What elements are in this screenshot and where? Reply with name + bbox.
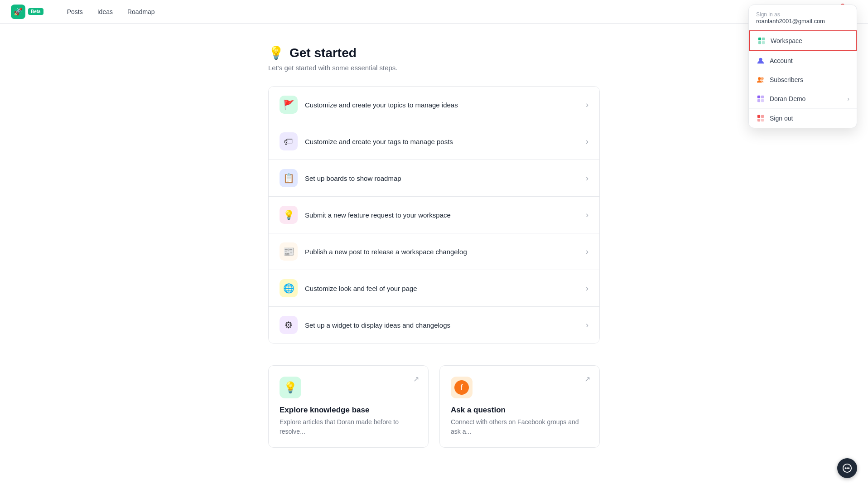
workspace-label: Workspace <box>771 37 802 44</box>
dropdown-menu: Sign in as roanlanh2001@gmail.com Worksp… <box>748 5 857 128</box>
step-icon-tags: 🏷 <box>280 132 298 150</box>
step-text-widget: Set up a widget to display ideas and cha… <box>305 321 586 329</box>
step-text-customize: Customize look and feel of your page <box>305 285 586 292</box>
nav-posts[interactable]: Posts <box>62 5 88 18</box>
card-desc-aq: Connect with others on Facebook groups a… <box>451 417 588 436</box>
step-item-publish[interactable]: 📰 Publish a new post to release a worksp… <box>269 233 599 270</box>
signout-label: Sign out <box>770 115 793 122</box>
svg-rect-10 <box>761 99 764 102</box>
svg-rect-7 <box>757 96 760 98</box>
nav-roadmap[interactable]: Roadmap <box>122 5 160 18</box>
step-text-publish: Publish a new post to release a workspac… <box>305 248 586 256</box>
dropdown-email: roanlanh2001@gmail.com <box>756 18 849 24</box>
svg-rect-3 <box>762 41 765 44</box>
step-item-customize[interactable]: 🌐 Customize look and feel of your page › <box>269 270 599 307</box>
svg-rect-14 <box>761 119 764 121</box>
bottom-cards: ↗ 💡 Explore knowledge base Explore artic… <box>268 365 600 448</box>
card-knowledge-base[interactable]: ↗ 💡 Explore knowledge base Explore artic… <box>268 365 429 448</box>
step-text-tags: Customize and create your tags to manage… <box>305 138 586 145</box>
dropdown-item-workspace[interactable]: Workspace <box>749 30 857 51</box>
svg-rect-1 <box>762 38 765 40</box>
subscribers-icon <box>756 75 765 84</box>
subscribers-label: Subscribers <box>770 76 803 83</box>
workspace-icon <box>757 36 766 45</box>
logo[interactable]: 🚀 Beta <box>11 5 43 19</box>
step-icon-boards: 📋 <box>280 169 298 187</box>
step-text-feature: Submit a new feature request to your wor… <box>305 211 586 219</box>
account-label: Account <box>770 57 793 64</box>
svg-rect-11 <box>757 115 760 118</box>
step-icon-widget: ⚙ <box>280 316 298 334</box>
dropdown-header: Sign in as roanlanh2001@gmail.com <box>749 5 857 30</box>
step-icon-feature: 💡 <box>280 206 298 224</box>
external-link-icon-kb: ↗ <box>413 375 419 383</box>
dropdown-item-doran[interactable]: Doran Demo › <box>749 89 857 108</box>
svg-point-5 <box>758 77 761 80</box>
signout-icon <box>756 114 765 123</box>
step-chevron-widget: › <box>586 320 588 330</box>
main-content: 💡 Get started Let's get started with som… <box>257 24 611 470</box>
chat-button[interactable] <box>837 458 857 470</box>
dropdown-item-signout[interactable]: Sign out <box>749 109 857 128</box>
card-desc-kb: Explore articles that Doran made before … <box>280 417 417 436</box>
step-chevron-boards: › <box>586 174 588 183</box>
page-title: Get started <box>289 46 357 60</box>
step-chevron-tags: › <box>586 137 588 146</box>
nav: Posts Ideas Roadmap <box>62 5 160 18</box>
page-title-icon: 💡 <box>268 45 284 60</box>
dropdown-item-subscribers[interactable]: Subscribers <box>749 70 857 89</box>
card-icon-aq: f <box>451 377 473 398</box>
step-item-tags[interactable]: 🏷 Customize and create your tags to mana… <box>269 123 599 160</box>
step-icon-topics: 🚩 <box>280 96 298 114</box>
nav-ideas[interactable]: Ideas <box>92 5 118 18</box>
svg-rect-9 <box>757 99 760 102</box>
card-ask-question[interactable]: ↗ f Ask a question Connect with others o… <box>439 365 600 448</box>
svg-rect-2 <box>758 41 761 44</box>
svg-point-17 <box>847 468 848 469</box>
doran-icon <box>756 94 765 103</box>
step-text-boards: Set up boards to show roadmap <box>305 174 586 182</box>
step-item-widget[interactable]: ⚙ Set up a widget to display ideas and c… <box>269 307 599 343</box>
step-chevron-publish: › <box>586 247 588 257</box>
svg-point-18 <box>849 468 849 469</box>
card-icon-kb: 💡 <box>280 377 301 398</box>
step-icon-publish: 📰 <box>280 242 298 261</box>
external-link-icon-aq: ↗ <box>584 375 590 383</box>
beta-badge: Beta <box>28 8 43 15</box>
svg-rect-0 <box>758 38 761 40</box>
header: 🚀 Beta Posts Ideas Roadmap <box>0 0 868 24</box>
logo-icon: 🚀 <box>11 5 25 19</box>
svg-point-6 <box>761 77 763 80</box>
svg-point-4 <box>759 58 762 61</box>
card-title-kb: Explore knowledge base <box>280 406 417 415</box>
svg-rect-12 <box>761 115 764 118</box>
account-icon <box>756 56 765 65</box>
step-item-boards[interactable]: 📋 Set up boards to show roadmap › <box>269 160 599 197</box>
svg-point-16 <box>845 468 846 469</box>
page-subtitle: Let's get started with some essential st… <box>268 64 600 72</box>
card-title-aq: Ask a question <box>451 406 588 415</box>
svg-rect-13 <box>757 119 760 121</box>
step-item-topics[interactable]: 🚩 Customize and create your topics to ma… <box>269 87 599 123</box>
svg-rect-8 <box>761 96 764 98</box>
step-chevron-customize: › <box>586 284 588 293</box>
step-text-topics: Customize and create your topics to mana… <box>305 101 586 109</box>
step-icon-customize: 🌐 <box>280 279 298 297</box>
doran-label: Doran Demo <box>770 95 805 102</box>
step-item-feature[interactable]: 💡 Submit a new feature request to your w… <box>269 197 599 233</box>
step-chevron-feature: › <box>586 210 588 220</box>
steps-list: 🚩 Customize and create your topics to ma… <box>268 86 600 344</box>
sign-in-label: Sign in as <box>756 11 849 18</box>
step-chevron-topics: › <box>586 100 588 110</box>
dropdown-item-account[interactable]: Account <box>749 51 857 70</box>
page-title-row: 💡 Get started <box>268 45 600 60</box>
doran-chevron-icon: › <box>847 95 849 102</box>
